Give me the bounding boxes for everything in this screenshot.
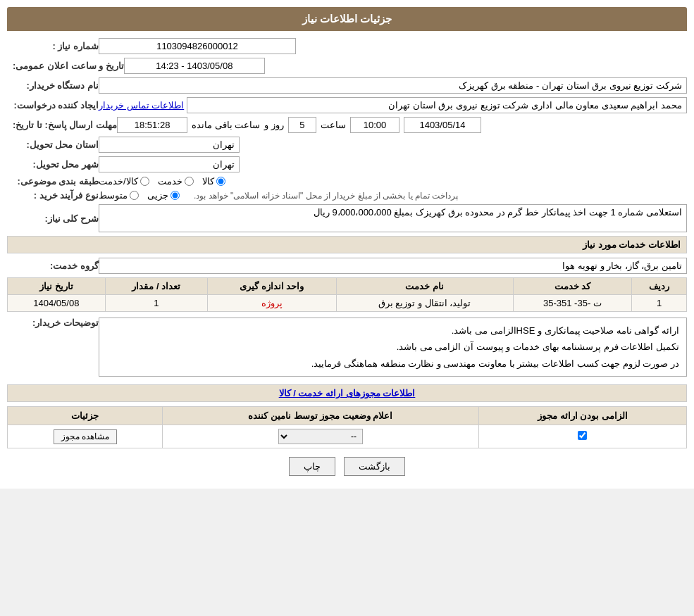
cell-service-code: ت -35- 351-35: [513, 295, 632, 312]
buyer-notes-line2: تکمیل اطلاعات فرم پرسشنامه بهای خدمات و …: [106, 339, 679, 355]
perm-status-select[interactable]: --: [278, 429, 363, 444]
category-kala-khadamat-option[interactable]: کالا/خدمت: [99, 176, 149, 187]
buyer-org-value: شرکت توزیع نیروی برق استان تهران - منطقه…: [99, 77, 687, 94]
requester-label: ایجاد کننده درخواست:: [7, 100, 99, 111]
perm-details-cell: مشاهده مجوز: [8, 425, 163, 448]
buyer-org-label: نام دستگاه خریدار:: [7, 80, 99, 91]
category-khadamat-option[interactable]: خدمت: [158, 176, 194, 187]
buyer-notes-line3: در صورت لزوم جهت کسب اطلاعات بیشتر با مع…: [106, 356, 679, 372]
deadline-time: 10:00: [350, 117, 399, 133]
permits-section-link[interactable]: اطلاعات مجوزهای ارائه خدمت / کالا: [7, 384, 687, 402]
deadline-row: مهلت ارسال پاسخ: تا تاریخ: 18:51:28 ساعت…: [7, 117, 687, 133]
buyer-notes-value: ارائه گواهی نامه صلاحیت پیمانکاری و HSEا…: [99, 318, 687, 377]
need-description-label: شرح کلی نیاز:: [7, 213, 99, 224]
need-number-label: شماره نیاز :: [7, 41, 99, 51]
page-wrapper: جزئیات اطلاعات نیاز شماره نیاز : 1103094…: [0, 0, 694, 489]
deadline-remaining-label: ساعت باقی مانده: [192, 120, 260, 130]
requester-link[interactable]: اطلاعات تماس خریدار: [99, 100, 184, 111]
purchase-type-row: نوع فرآیند خرید : متوسط جزیی پرداخت تمام…: [7, 190, 687, 201]
button-row: بازگشت چاپ: [7, 457, 687, 476]
need-description-value: استعلامی شماره 1 جهت اخذ پیمانکار خط گرم…: [99, 204, 687, 232]
services-table: ردیف کد خدمت نام خدمت واحد اندازه گیری ت…: [7, 277, 687, 312]
deadline-time-label: ساعت: [321, 120, 346, 130]
announcement-label: تاریخ و ساعت اعلان عمومی:: [7, 61, 124, 71]
purchase-motevaset-option[interactable]: متوسط: [99, 190, 139, 201]
requester-value: محمد ابراهیم سعیدی معاون مالی اداری شرکت…: [187, 97, 687, 113]
perm-col-details: جزئیات: [8, 407, 163, 425]
page-header: جزئیات اطلاعات نیاز: [7, 7, 687, 31]
need-number-row: شماره نیاز : 1103094826000012: [7, 38, 687, 54]
col-service-name: نام خدمت: [336, 278, 513, 295]
deadline-day-label: روز و: [264, 120, 284, 130]
category-label: طبقه بندی موضوعی:: [7, 176, 99, 187]
col-row-num: ردیف: [632, 278, 687, 295]
perm-col-status: اعلام وضعیت مجوز توسط نامین کننده: [163, 407, 478, 425]
delivery-province-value: تهران: [99, 137, 240, 153]
services-group-value: تامین برق، گاز، بخار و تهویه هوا: [99, 258, 687, 274]
services-section-header: اطلاعات خدمات مورد نیاز: [7, 236, 687, 253]
page-title: جزئیات اطلاعات نیاز: [302, 13, 392, 25]
col-unit: واحد اندازه گیری: [207, 278, 336, 295]
motevaset-label: متوسط: [99, 190, 128, 201]
category-khadamat-radio[interactable]: [185, 177, 194, 186]
buyer-org-row: نام دستگاه خریدار: شرکت توزیع نیروی برق …: [7, 77, 687, 94]
cell-unit: پروژه: [207, 295, 336, 312]
services-group-label: گروه خدمت:: [7, 260, 99, 271]
permits-table: الزامی بودن ارائه مجوز اعلام وضعیت مجوز …: [7, 406, 687, 448]
perm-table-row: -- مشاهده مجوز: [8, 425, 687, 448]
deadline-date: 1403/05/14: [404, 117, 481, 133]
buyer-notes-line1: ارائه گواهی نامه صلاحیت پیمانکاری و HSEا…: [106, 322, 679, 339]
delivery-city-value: تهران: [99, 156, 240, 172]
cell-date: 1404/05/08: [8, 295, 106, 312]
buyer-notes-label: توضیحات خریدار:: [7, 318, 99, 328]
khadamat-label: خدمت: [158, 176, 182, 187]
delivery-province-row: استان محل تحویل: تهران: [7, 137, 687, 153]
category-kala-khadamat-radio[interactable]: [140, 177, 149, 186]
jozii-label: جزیی: [147, 190, 168, 201]
need-description-row: شرح کلی نیاز: استعلامی شماره 1 جهت اخذ پ…: [7, 204, 687, 232]
purchase-type-label: نوع فرآیند خرید :: [7, 190, 99, 201]
deadline-remaining: 18:51:28: [117, 117, 187, 133]
back-button[interactable]: بازگشت: [344, 457, 405, 476]
services-group-row: گروه خدمت: تامین برق، گاز، بخار و تهویه …: [7, 258, 687, 274]
announcement-row: تاریخ و ساعت اعلان عمومی: 1403/05/08 - 1…: [7, 58, 687, 74]
purchase-jozii-option[interactable]: جزیی: [147, 190, 180, 201]
requester-row: ایجاد کننده درخواست: اطلاعات تماس خریدار…: [7, 97, 687, 113]
kala-label: کالا: [202, 176, 214, 187]
cell-service-name: تولید، انتقال و توزیع برق: [336, 295, 513, 312]
delivery-city-label: شهر محل تحویل:: [7, 159, 99, 170]
table-row: 1 ت -35- 351-35 تولید، انتقال و توزیع بر…: [8, 295, 687, 312]
deadline-days: 5: [288, 117, 316, 133]
col-service-code: کد خدمت: [513, 278, 632, 295]
delivery-province-label: استان محل تحویل:: [7, 139, 99, 150]
col-date: تاریخ نیاز: [8, 278, 106, 295]
perm-required-checkbox[interactable]: [578, 431, 587, 440]
perm-required-cell: [478, 425, 686, 448]
cell-row-num: 1: [632, 295, 687, 312]
need-number-value: 1103094826000012: [99, 38, 296, 54]
cell-quantity: 1: [105, 295, 207, 312]
perm-status-cell: --: [163, 425, 478, 448]
category-row: طبقه بندی موضوعی: کالا/خدمت خدمت کالا: [7, 176, 687, 187]
permits-link-text[interactable]: اطلاعات مجوزهای ارائه خدمت / کالا: [279, 388, 416, 398]
purchase-note: پرداخت تمام یا بخشی از مبلغ خریدار از مح…: [194, 191, 458, 201]
purchase-motevaset-radio[interactable]: [130, 191, 139, 200]
category-kala-option[interactable]: کالا: [202, 176, 225, 187]
kala-khadamat-label: کالا/خدمت: [99, 176, 138, 187]
view-permit-button[interactable]: مشاهده مجوز: [54, 429, 117, 444]
category-kala-radio[interactable]: [216, 177, 225, 186]
print-button[interactable]: چاپ: [289, 457, 335, 476]
perm-col-required: الزامی بودن ارائه مجوز: [478, 407, 686, 425]
announcement-value: 1403/05/08 - 14:23: [124, 58, 265, 74]
purchase-jozii-radio[interactable]: [171, 191, 180, 200]
delivery-city-row: شهر محل تحویل: تهران: [7, 156, 687, 172]
deadline-label: مهلت ارسال پاسخ: تا تاریخ:: [7, 120, 117, 130]
col-quantity: تعداد / مقدار: [105, 278, 207, 295]
buyer-notes-row: توضیحات خریدار: ارائه گواهی نامه صلاحیت …: [7, 318, 687, 381]
